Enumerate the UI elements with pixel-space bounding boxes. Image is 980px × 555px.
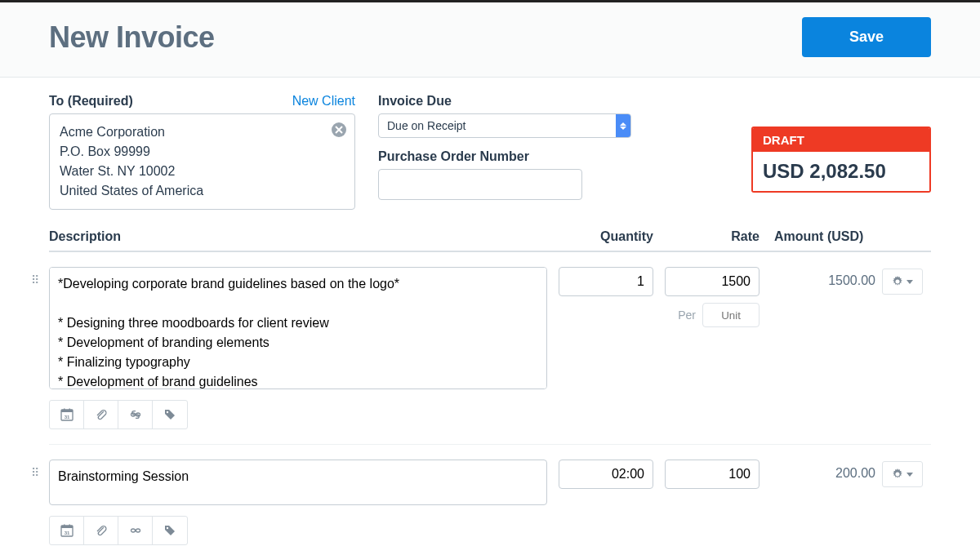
quantity-input[interactable] [559, 267, 653, 296]
paperclip-icon [95, 408, 108, 421]
close-icon [335, 126, 343, 134]
gear-icon [892, 276, 903, 287]
tag-button[interactable] [153, 517, 187, 544]
svg-rect-1 [61, 410, 73, 412]
rate-input[interactable] [665, 267, 760, 296]
tag-icon [163, 408, 176, 421]
drag-handle-icon[interactable]: ⠿ [31, 460, 46, 479]
link-button[interactable] [118, 517, 153, 544]
date-button[interactable]: 31 [50, 401, 84, 428]
client-box[interactable]: Acme Corporation P.O. Box 99999 Water St… [49, 113, 355, 210]
line-actions-button[interactable] [882, 461, 923, 487]
svg-rect-9 [61, 526, 73, 528]
page-title: New Invoice [49, 20, 215, 55]
drag-handle-icon[interactable]: ⠿ [31, 267, 46, 286]
svg-point-14 [136, 529, 140, 532]
col-description: Description [49, 229, 547, 244]
svg-rect-2 [64, 409, 65, 411]
paperclip-icon [95, 524, 108, 537]
line-item: ⠿ 31 200.00 [49, 445, 931, 545]
tag-button[interactable] [153, 401, 187, 428]
unit-input[interactable] [702, 303, 760, 327]
po-input[interactable] [378, 169, 582, 200]
per-label: Per [678, 309, 696, 322]
chevron-down-icon [906, 280, 913, 284]
client-address-3: United States of America [60, 181, 345, 201]
svg-point-7 [167, 411, 168, 413]
client-address-1: P.O. Box 99999 [60, 142, 345, 162]
client-name: Acme Corporation [60, 122, 345, 142]
line-items-header: Description Quantity Rate Amount (USD) [49, 229, 931, 252]
col-rate: Rate [653, 229, 760, 244]
to-label: To (Required) [49, 94, 133, 109]
date-button[interactable]: 31 [50, 517, 84, 544]
page-header: New Invoice Save [0, 2, 980, 78]
status-badge: DRAFT [753, 128, 929, 152]
gear-icon [892, 468, 903, 480]
description-input[interactable] [49, 460, 547, 505]
line-item: ⠿ 31 Per [49, 252, 931, 429]
calendar-icon: 31 [60, 408, 74, 421]
svg-text:31: 31 [64, 531, 69, 535]
line-toolbar: 31 [49, 400, 188, 429]
link-icon [129, 408, 142, 421]
invoice-due-select[interactable]: Due on Receipt [378, 113, 631, 138]
link-button[interactable] [118, 401, 153, 428]
quantity-input[interactable] [559, 460, 653, 489]
invoice-due-value: Due on Receipt [387, 119, 466, 132]
attach-button[interactable] [84, 517, 118, 544]
save-button[interactable]: Save [802, 17, 931, 57]
po-label: Purchase Order Number [378, 149, 631, 164]
svg-point-13 [131, 529, 135, 532]
svg-text:31: 31 [64, 415, 69, 420]
new-client-link[interactable]: New Client [292, 94, 355, 109]
clear-client-button[interactable] [332, 122, 346, 137]
tag-icon [163, 524, 176, 537]
invoice-total-box: DRAFT USD 2,082.50 [751, 127, 931, 193]
line-amount: 1500.00 [760, 267, 882, 288]
col-quantity: Quantity [547, 229, 653, 244]
attach-button[interactable] [84, 401, 118, 428]
description-input[interactable] [49, 267, 547, 389]
link-icon [129, 524, 142, 537]
col-amount: Amount (USD) [760, 229, 882, 244]
select-stepper-icon [616, 114, 630, 137]
chevron-down-icon [906, 473, 913, 477]
svg-point-15 [167, 527, 168, 529]
svg-rect-10 [64, 525, 65, 527]
invoice-due-label: Invoice Due [378, 94, 631, 109]
svg-rect-3 [69, 409, 70, 411]
invoice-total: USD 2,082.50 [753, 152, 929, 191]
line-amount: 200.00 [760, 460, 882, 481]
svg-rect-11 [69, 525, 70, 527]
calendar-icon: 31 [60, 524, 74, 537]
client-address-2: Water St. NY 10002 [60, 162, 345, 181]
line-actions-button[interactable] [882, 269, 923, 295]
rate-input[interactable] [665, 460, 760, 489]
line-toolbar: 31 [49, 516, 188, 545]
